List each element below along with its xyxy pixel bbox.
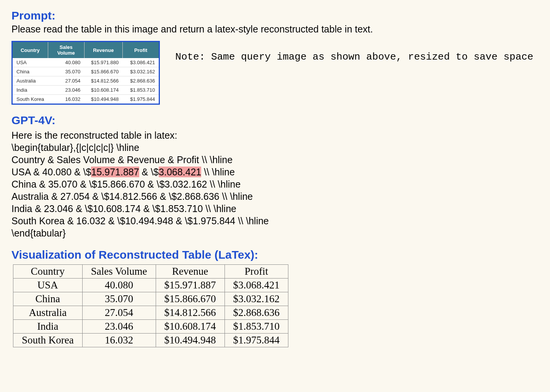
source-row: Australia 27.054 $14.812.566 $2.868.636 xyxy=(13,76,159,86)
source-th-revenue: Revenue xyxy=(84,42,122,58)
gpt-line-usa-hl2: 3.068.421 xyxy=(159,167,201,177)
source-th-sales: Sales Volume xyxy=(48,42,84,58)
source-cell: $15.971.880 xyxy=(84,58,122,67)
source-cell: USA xyxy=(13,58,48,67)
gpt-line-sk: South Korea & 16.032 & \$10.494.948 & \$… xyxy=(11,215,269,226)
source-cell: $10.608.174 xyxy=(84,86,122,95)
latex-cell: $10.494.948 xyxy=(156,334,225,347)
source-cell: $1.853.710 xyxy=(122,86,159,95)
latex-cell: $15.866.670 xyxy=(156,292,225,306)
image-note-row: Country Sales Volume Revenue Profit USA … xyxy=(11,41,539,105)
gpt-line-china: China & 35.070 & \$15.866.670 & \$3.032.… xyxy=(11,179,241,190)
latex-row: India 23.046 $10.608.174 $1.853.710 xyxy=(13,320,288,334)
latex-cell: $1.975.844 xyxy=(225,334,288,347)
latex-cell: 23.046 xyxy=(82,320,156,334)
gpt-line-usa-p3: \\ \hline xyxy=(201,167,235,177)
latex-cell: $2.868.636 xyxy=(225,306,288,320)
latex-cell: 27.054 xyxy=(82,306,156,320)
gpt-line-header: Country & Sales Volume & Revenue & Profi… xyxy=(11,154,233,165)
source-cell: 35.070 xyxy=(48,67,84,76)
latex-th: Revenue xyxy=(156,265,225,279)
source-cell: $15.866.670 xyxy=(84,67,122,76)
note-text: Note: Same query image as shown above, r… xyxy=(175,41,533,64)
source-row: USA 40.080 $15.971.880 $3.086.421 xyxy=(13,58,159,67)
gpt-line-india: India & 23.046 & \$10.608.174 & \$1.853.… xyxy=(11,203,236,214)
source-row: India 23.046 $10.608.174 $1.853.710 xyxy=(13,86,159,95)
prompt-heading: Prompt: xyxy=(11,9,539,22)
latex-cell: South Korea xyxy=(13,334,83,347)
viz-heading: Visualization of Reconstructed Table (La… xyxy=(11,248,539,261)
gpt-line-begin: \begin{tabular},{|c|c|c|c|} \hline xyxy=(11,142,139,153)
latex-th: Sales Volume xyxy=(82,265,156,279)
latex-row: South Korea 16.032 $10.494.948 $1.975.84… xyxy=(13,334,288,347)
prompt-text: Please read the table in this image and … xyxy=(11,24,539,35)
gpt-line-aus: Australia & 27.054 & \$14.812.566 & \$2.… xyxy=(11,191,253,202)
latex-table: Country Sales Volume Revenue Profit USA … xyxy=(13,264,288,347)
source-table: Country Sales Volume Revenue Profit USA … xyxy=(13,42,159,104)
source-th-country: Country xyxy=(13,42,48,58)
source-cell: $3.032.162 xyxy=(122,67,159,76)
source-row: South Korea 16.032 $10.494.948 $1.975.84… xyxy=(13,95,159,104)
source-cell: 23.046 xyxy=(48,86,84,95)
gpt-line-usa-hl1: 15.971.887 xyxy=(91,167,139,177)
gpt-line-usa-p2: & \$ xyxy=(139,167,159,177)
latex-row: Australia 27.054 $14.812.566 $2.868.636 xyxy=(13,306,288,320)
source-table-header-row: Country Sales Volume Revenue Profit xyxy=(13,42,159,58)
source-cell: 16.032 xyxy=(48,95,84,104)
gpt-intro: Here is the reconstructed table in latex… xyxy=(11,130,177,141)
source-cell: $3.086.421 xyxy=(122,58,159,67)
latex-cell: $3.068.421 xyxy=(225,279,288,292)
source-cell: $2.868.636 xyxy=(122,76,159,86)
latex-row: USA 40.080 $15.971.887 $3.068.421 xyxy=(13,279,288,292)
gpt-line-usa-p1: USA & 40.080 & \$ xyxy=(11,167,91,177)
latex-th: Country xyxy=(13,265,83,279)
source-cell: $10.494.948 xyxy=(84,95,122,104)
source-cell: China xyxy=(13,67,48,76)
source-cell: South Korea xyxy=(13,95,48,104)
latex-cell: India xyxy=(13,320,83,334)
latex-cell: China xyxy=(13,292,83,306)
gpt-line-end: \end{tabular} xyxy=(11,228,66,238)
source-cell: 27.054 xyxy=(48,76,84,86)
latex-cell: $10.608.174 xyxy=(156,320,225,334)
latex-cell: $14.812.566 xyxy=(156,306,225,320)
latex-th: Profit xyxy=(225,265,288,279)
latex-header-row: Country Sales Volume Revenue Profit xyxy=(13,265,288,279)
source-cell: Australia xyxy=(13,76,48,86)
gpt4v-body: Here is the reconstructed table in latex… xyxy=(11,129,539,239)
latex-cell: Australia xyxy=(13,306,83,320)
source-th-profit: Profit xyxy=(122,42,159,58)
latex-cell: $1.853.710 xyxy=(225,320,288,334)
gpt4v-heading: GPT-4V: xyxy=(11,114,539,127)
source-row: China 35.070 $15.866.670 $3.032.162 xyxy=(13,67,159,76)
latex-row: China 35.070 $15.866.670 $3.032.162 xyxy=(13,292,288,306)
source-cell: $14.812.566 xyxy=(84,76,122,86)
latex-cell: 40.080 xyxy=(82,279,156,292)
latex-cell: $15.971.887 xyxy=(156,279,225,292)
source-cell: $1.975.844 xyxy=(122,95,159,104)
latex-cell: 35.070 xyxy=(82,292,156,306)
latex-cell: $3.032.162 xyxy=(225,292,288,306)
source-cell: 40.080 xyxy=(48,58,84,67)
source-cell: India xyxy=(13,86,48,95)
latex-cell: USA xyxy=(13,279,83,292)
source-table-image: Country Sales Volume Revenue Profit USA … xyxy=(11,41,160,105)
latex-cell: 16.032 xyxy=(82,334,156,347)
